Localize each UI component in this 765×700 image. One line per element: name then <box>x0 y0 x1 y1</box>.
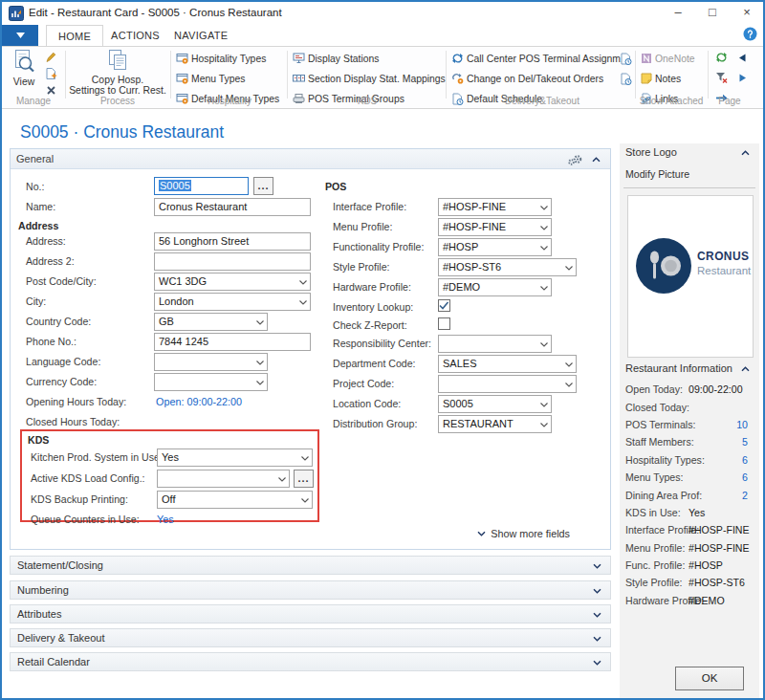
delivery-schedule-button-2[interactable] <box>617 71 634 86</box>
fasttab-general-header[interactable]: General <box>11 149 610 169</box>
application-menu-button[interactable] <box>2 25 38 46</box>
dropdown-chevron-icon[interactable] <box>256 381 264 385</box>
department-code-field[interactable]: SALES <box>438 355 577 373</box>
dropdown-chevron-icon[interactable] <box>565 266 573 271</box>
section-display-mappings-button[interactable]: Section Display Stat. Mappings <box>293 71 446 86</box>
info-value-drilldown[interactable]: 6 <box>688 454 748 466</box>
info-value-drilldown[interactable]: 5 <box>688 436 748 448</box>
onenote-button[interactable]: OneNote <box>641 51 695 66</box>
previous-record-button[interactable] <box>733 50 751 65</box>
dropdown-chevron-icon[interactable] <box>301 498 309 503</box>
fasttab-numbering[interactable]: Numbering <box>10 580 611 600</box>
collapse-chevron-up-icon[interactable] <box>741 150 750 156</box>
currency-code-field[interactable] <box>154 373 268 391</box>
opening-hours-value[interactable]: Open: 09:00-22:00 <box>156 396 242 407</box>
functionality-profile-field[interactable]: #HOSP <box>438 238 552 256</box>
kitchen-prod-field[interactable]: Yes <box>157 448 313 467</box>
refresh-button[interactable] <box>712 50 730 65</box>
restaurant-information-rows: Open Today:09:00-22:00 Closed Today: POS… <box>620 381 759 609</box>
dropdown-chevron-icon[interactable] <box>540 342 548 347</box>
country-code-field[interactable]: GB <box>154 313 268 331</box>
new-button[interactable] <box>42 66 59 81</box>
minimize-button[interactable]: – <box>662 2 694 25</box>
postcode-field[interactable]: WC1 3DG <box>154 273 311 291</box>
dropdown-chevron-icon[interactable] <box>278 477 286 482</box>
menu-types-button[interactable]: Menu Types <box>176 71 245 86</box>
hospitality-types-button[interactable]: Hospitality Types <box>176 51 266 66</box>
kds-backup-field[interactable]: Off <box>157 491 313 509</box>
dropdown-chevron-icon[interactable] <box>540 423 548 427</box>
dropdown-chevron-icon[interactable] <box>301 456 309 461</box>
distribution-group-field[interactable]: RESTAURANT <box>438 415 552 433</box>
delivery-schedule-button-1[interactable] <box>617 51 634 66</box>
dropdown-chevron-icon[interactable] <box>540 403 548 407</box>
display-stations-label: Display Stations <box>308 54 380 64</box>
store-logo-picture[interactable]: CRONUS Restaurant <box>627 195 754 358</box>
clear-filter-button[interactable] <box>712 70 730 85</box>
dropdown-chevron-icon[interactable] <box>565 383 573 387</box>
phone-label: Phone No.: <box>26 336 76 347</box>
fasttab-attributes[interactable]: Attributes <box>10 604 611 623</box>
dropdown-chevron-icon[interactable] <box>299 300 307 305</box>
view-button[interactable]: View <box>6 49 42 87</box>
fasttab-retail-calendar[interactable]: Retail Calendar <box>10 652 611 671</box>
dropdown-chevron-icon[interactable] <box>540 206 548 210</box>
maximize-button[interactable]: □ <box>696 2 729 25</box>
edit-button[interactable] <box>42 50 59 65</box>
phone-field[interactable]: 7844 1245 <box>154 333 311 351</box>
dropdown-chevron-icon[interactable] <box>565 362 573 367</box>
collapse-chevron-up-icon[interactable] <box>741 366 750 372</box>
address-field[interactable]: 56 Longhorn Street <box>154 232 311 251</box>
name-label: Name: <box>26 201 55 212</box>
info-value-drilldown[interactable]: 2 <box>688 490 748 501</box>
copy-hosp-settings-button[interactable]: Copy Hosp. Settings to Curr. Rest. <box>67 49 168 96</box>
active-kds-config-assist-button[interactable]: ... <box>294 470 314 488</box>
ok-button[interactable]: OK <box>675 667 744 690</box>
hardware-profile-field[interactable]: #DEMO <box>438 278 552 296</box>
change-del-takeout-orders-button[interactable]: Change on Del/Takeout Orders <box>451 71 603 86</box>
tab-actions[interactable]: ACTIONS <box>99 25 171 46</box>
no-field[interactable]: S0005 <box>154 177 249 195</box>
queue-counters-value[interactable]: Yes <box>157 514 174 525</box>
project-code-field[interactable] <box>438 375 577 393</box>
tab-home[interactable]: HOME <box>46 25 103 46</box>
address2-field[interactable] <box>154 252 311 271</box>
next-record-button[interactable] <box>733 70 751 85</box>
gears-icon[interactable] <box>567 154 583 166</box>
display-stations-button[interactable]: Display Stations <box>293 51 380 66</box>
notes-button[interactable]: Notes <box>641 71 681 86</box>
location-code-field[interactable]: S0005 <box>438 395 552 413</box>
fasttab-delivery-takeout[interactable]: Delivery & Takeout <box>10 628 611 647</box>
dropdown-chevron-icon[interactable] <box>540 286 548 291</box>
show-more-fields-link[interactable]: Show more fields <box>477 528 570 539</box>
restaurant-information-header[interactable]: Restaurant Information <box>620 360 759 379</box>
dropdown-chevron-icon[interactable] <box>256 361 264 365</box>
menu-profile-field[interactable]: #HOSP-FINE <box>438 218 552 236</box>
modify-picture-link[interactable]: Modify Picture <box>625 168 689 180</box>
close-button[interactable]: × <box>731 2 763 25</box>
dropdown-chevron-icon[interactable] <box>299 280 307 285</box>
responsibility-center-field[interactable] <box>438 335 552 353</box>
collapse-chevron-up-icon[interactable] <box>592 157 601 163</box>
style-profile-field[interactable]: #HOSP-ST6 <box>438 258 577 276</box>
inventory-lookup-checkbox[interactable] <box>438 299 450 312</box>
dropdown-chevron-icon[interactable] <box>540 226 548 230</box>
dropdown-chevron-icon[interactable] <box>256 320 264 325</box>
language-code-field[interactable] <box>154 353 268 371</box>
call-center-pos-assignment-button[interactable]: Call Center POS Terminal Assignm. <box>451 51 623 66</box>
city-field[interactable]: London <box>154 293 311 311</box>
help-button[interactable] <box>743 27 757 41</box>
group-caption-kds: KDS <box>293 96 442 106</box>
info-value-drilldown[interactable]: 10 <box>688 419 748 430</box>
check-z-report-checkbox[interactable] <box>438 317 450 330</box>
dropdown-chevron-icon[interactable] <box>540 246 548 251</box>
tab-navigate[interactable]: NAVIGATE <box>163 25 239 46</box>
info-value-drilldown[interactable]: 6 <box>688 471 748 483</box>
store-logo-header[interactable]: Store Logo <box>620 143 759 163</box>
fasttab-statement-closing[interactable]: Statement/Closing <box>10 556 611 575</box>
name-field[interactable]: Cronus Restaurant <box>154 198 311 216</box>
interface-profile-value: #HOSP-FINE <box>443 201 506 212</box>
no-assist-button[interactable]: ... <box>253 177 273 195</box>
interface-profile-field[interactable]: #HOSP-FINE <box>438 198 552 216</box>
active-kds-config-field[interactable] <box>157 470 290 488</box>
